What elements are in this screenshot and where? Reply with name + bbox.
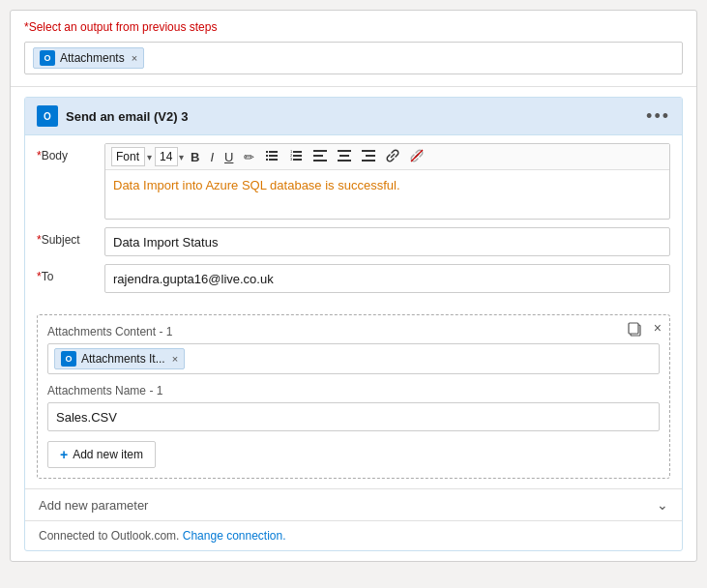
chevron-down-icon: ⌄	[657, 497, 668, 513]
body-label: *Body	[37, 143, 104, 162]
svg-rect-18	[362, 150, 375, 152]
att-tag-close[interactable]: ×	[172, 353, 178, 365]
select-output-text: Select an output from previous steps	[29, 20, 218, 34]
align-left-button[interactable]	[309, 148, 331, 165]
svg-rect-23	[629, 323, 638, 334]
email-card-title: Send an email (V2) 3	[66, 109, 188, 124]
link-button[interactable]	[382, 147, 403, 166]
to-input[interactable]	[104, 264, 670, 293]
font-selector-wrapper: Font ▾	[111, 147, 152, 166]
subject-label: *Subject	[37, 227, 104, 247]
connected-text: Connected to Outlook.com.	[39, 529, 179, 543]
to-row: *To	[37, 264, 670, 293]
email-card-header-left: O Send an email (V2) 3	[37, 105, 188, 127]
bold-button[interactable]: B	[187, 149, 203, 165]
pen-button[interactable]: ✏	[240, 149, 258, 165]
plus-icon: +	[60, 447, 68, 462]
att-name-input[interactable]	[47, 402, 660, 431]
form-fields: *Body Font ▾ 14	[25, 135, 682, 309]
add-new-item-button[interactable]: + Add new item	[47, 441, 156, 468]
body-success-text: Data Import into Azure SQL database is s…	[113, 178, 400, 192]
att-tag-text: Attachments It...	[81, 352, 165, 366]
tag-input-container[interactable]: O Attachments ×	[24, 42, 683, 74]
svg-text:3: 3	[290, 157, 293, 162]
svg-rect-20	[362, 160, 375, 162]
change-connection-link[interactable]: Change connection.	[183, 529, 286, 543]
more-options-button[interactable]: •••	[646, 107, 670, 125]
size-dropdown-arrow: ▾	[179, 152, 184, 162]
svg-rect-4	[266, 159, 268, 161]
att-content-label: Attachments Content - 1	[47, 325, 660, 338]
svg-rect-5	[269, 159, 278, 161]
numbered-list-button[interactable]: 1 2 3	[285, 147, 307, 166]
tag-label: Attachments	[60, 51, 125, 65]
font-select[interactable]: Font	[111, 147, 145, 166]
svg-rect-16	[339, 155, 349, 157]
underline-button[interactable]: U	[221, 149, 237, 165]
svg-rect-9	[293, 155, 302, 157]
body-content[interactable]: Data Import into Azure SQL database is s…	[105, 170, 669, 219]
svg-rect-15	[338, 150, 351, 152]
add-parameter-label: Add new parameter	[39, 498, 148, 513]
outlook-card-icon: O	[37, 105, 58, 127]
attachments-close-button[interactable]: ×	[654, 321, 662, 335]
att-tag-icon: O	[61, 351, 76, 367]
svg-rect-14	[313, 160, 327, 162]
body-row: *Body Font ▾ 14	[37, 143, 670, 220]
tag-close-button[interactable]: ×	[132, 52, 137, 64]
svg-rect-11	[293, 159, 302, 161]
svg-rect-13	[313, 155, 323, 157]
att-content-tag-container[interactable]: O Attachments It... ×	[47, 343, 660, 374]
add-parameter-row[interactable]: Add new parameter ⌄	[25, 488, 682, 520]
svg-rect-12	[313, 150, 327, 152]
svg-rect-3	[269, 155, 278, 157]
italic-button[interactable]: I	[206, 149, 218, 165]
card-footer: Connected to Outlook.com. Change connect…	[25, 520, 682, 550]
font-dropdown-arrow: ▾	[147, 152, 152, 162]
align-center-button[interactable]	[334, 148, 355, 165]
svg-rect-0	[266, 151, 268, 153]
svg-rect-2	[266, 155, 268, 157]
svg-rect-7	[293, 151, 302, 153]
att-name-label: Attachments Name - 1	[47, 384, 660, 397]
select-output-section: *Select an output from previous steps O …	[11, 11, 696, 87]
att-content-tag: O Attachments It... ×	[54, 348, 185, 369]
email-card: O Send an email (V2) 3 ••• *Body Font	[24, 97, 683, 551]
size-selector-wrapper: 14 ▾	[155, 147, 184, 166]
attachments-tag: O Attachments ×	[33, 47, 144, 69]
subject-row: *Subject	[37, 227, 670, 256]
svg-rect-1	[269, 151, 278, 153]
subject-input[interactable]	[104, 227, 670, 256]
size-select[interactable]: 14	[155, 147, 178, 166]
to-label: *To	[37, 264, 104, 283]
email-card-header: O Send an email (V2) 3 •••	[25, 98, 682, 135]
outlook-tag-icon: O	[40, 50, 55, 66]
main-container: *Select an output from previous steps O …	[10, 10, 697, 562]
attachments-section: × Attachments Content - 1 O Attachments …	[37, 314, 670, 479]
body-rich-text-container: Font ▾ 14 ▾ B I U ✏	[104, 143, 670, 220]
attachments-copy-button[interactable]	[627, 321, 642, 339]
select-output-label: *Select an output from previous steps	[24, 20, 683, 34]
bullet-list-button[interactable]	[261, 147, 282, 166]
align-right-button[interactable]	[358, 148, 379, 165]
rich-text-toolbar: Font ▾ 14 ▾ B I U ✏	[105, 144, 669, 170]
svg-rect-17	[338, 160, 351, 162]
svg-rect-19	[366, 155, 375, 157]
unlink-button[interactable]	[406, 147, 427, 166]
add-new-item-label: Add new item	[73, 448, 143, 461]
